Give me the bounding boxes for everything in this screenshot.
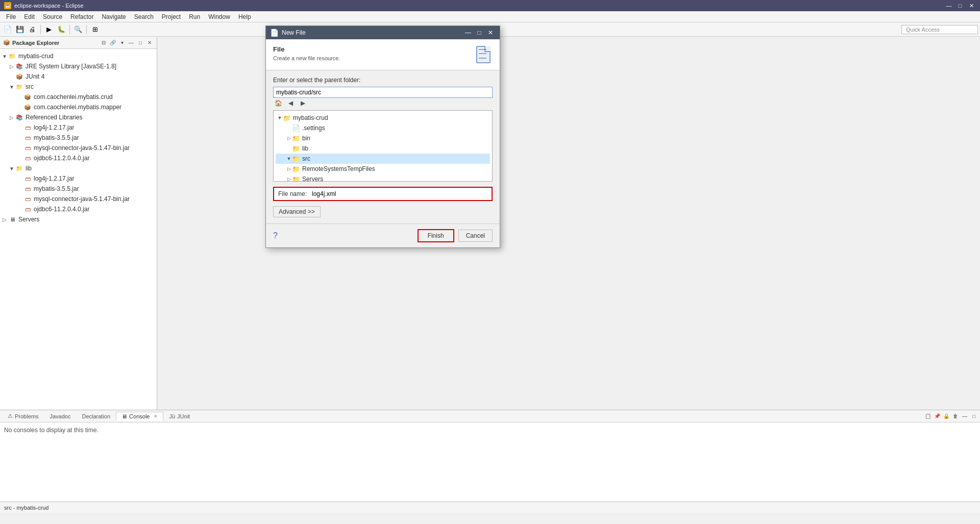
tree-item-mysql-jar-ref[interactable]: ▷ 🗃 mysql-connector-java-5.1.47-bin.jar [0,143,157,153]
menu-refactor[interactable]: Refactor [66,12,97,21]
toolbar-print[interactable]: 🖨 [27,24,38,35]
tree-item-mybatis-crud[interactable]: ▼ 📁 mybatis-crud [0,51,157,61]
folder-tree-mybatis-crud[interactable]: ▼ 📁 mybatis-crud [276,113,490,123]
folder-toggle-src[interactable]: ▼ [286,155,292,162]
tree-item-ojdbc-jar-ref[interactable]: ▷ 🗃 ojdbc6-11.2.0.4.0.jar [0,153,157,163]
dialog-titlebar-controls: — □ ✕ [463,28,496,37]
close-console-icon[interactable]: ✕ [154,414,158,419]
tab-console[interactable]: 🖥 Console ✕ [116,412,163,421]
tab-problems[interactable]: ⚠ Problems [2,411,44,421]
tab-problems-label: Problems [15,413,38,419]
folder-tree-settings[interactable]: ▷ 📄 .settings [276,123,490,133]
folder-tree-servers[interactable]: ▷ 📁 Servers [276,174,490,182]
tree-item-junit[interactable]: ▷ 📦 JUnit 4 [0,71,157,82]
tree-item-lib[interactable]: ▼ 📁 lib [0,163,157,173]
toolbar-separator-3 [86,25,87,34]
menu-file[interactable]: File [2,12,20,21]
minimize-panel-button[interactable]: — [127,39,135,47]
clear-console-button[interactable]: 🗑 [951,412,960,420]
nav-home-button[interactable]: 🏠 [273,98,283,108]
finish-button[interactable]: Finish [418,229,454,242]
tree-item-servers[interactable]: ▷ 🖥 Servers [0,214,157,224]
dialog-maximize-button[interactable]: □ [474,28,484,37]
close-panel-button[interactable]: ✕ [145,39,154,47]
menu-help[interactable]: Help [234,12,255,21]
scroll-lock-button[interactable]: 🔒 [942,412,950,420]
toggle-lib[interactable]: ▼ [8,165,15,172]
pin-console-button[interactable]: 📌 [933,412,941,420]
toggle-mybatis-crud[interactable]: ▼ [1,53,8,60]
maximize-bottom-button[interactable]: □ [970,412,978,420]
toggle-servers[interactable]: ▷ [1,216,8,223]
help-icon[interactable]: ? [273,231,278,240]
toggle-src[interactable]: ▼ [8,83,15,90]
panel-menu-button[interactable]: ▾ [118,39,126,47]
dialog-close-button[interactable]: ✕ [485,28,496,37]
collapse-all-button[interactable]: ⊟ [100,39,108,47]
label-ojdbc-ref: ojdbc6-11.2.0.4.0.jar [34,155,89,162]
menu-navigate[interactable]: Navigate [97,12,130,21]
tab-javadoc[interactable]: Javadoc [44,412,76,421]
status-text: src - mybatis-crud [4,505,48,511]
toggle-jre[interactable]: ▷ [8,63,15,70]
tree-item-mysql-jar-lib[interactable]: ▷ 🗃 mysql-connector-java-5.1.47-bin.jar [0,194,157,204]
open-console-button[interactable]: 📋 [924,412,932,420]
tab-junit[interactable]: Jü JUnit [163,412,195,421]
maximize-panel-button[interactable]: □ [136,39,144,47]
menu-project[interactable]: Project [158,12,185,21]
menu-source[interactable]: Source [39,12,66,21]
file-name-input[interactable] [310,189,491,199]
toolbar-perspective[interactable]: ⊞ [89,24,101,35]
menu-edit[interactable]: Edit [20,12,39,21]
minimize-bottom-button[interactable]: — [961,412,969,420]
nav-forward-button[interactable]: ▶ [298,98,308,108]
toolbar-run[interactable]: ▶ [43,24,55,35]
close-window-button[interactable]: ✕ [967,2,976,9]
advanced-button[interactable]: Advanced >> [273,206,321,217]
folder-tree-lib[interactable]: ▷ 📁 lib [276,143,490,154]
menu-search[interactable]: Search [130,12,158,21]
toolbar-debug[interactable]: 🐛 [56,24,67,35]
tree-item-log4j-jar-ref[interactable]: ▷ 🗃 log4j-1.2.17.jar [0,122,157,133]
tree-item-jre[interactable]: ▷ 📚 JRE System Library [JavaSE-1.8] [0,61,157,71]
toolbar-save[interactable]: 💾 [14,24,26,35]
folder-toggle-servers[interactable]: ▷ [286,176,292,182]
folder-icon-src: 📁 [15,83,23,91]
dialog-header-title: File [273,45,340,53]
tree-item-ojdbc-jar-lib[interactable]: ▷ 🗃 ojdbc6-11.2.0.4.0.jar [0,204,157,214]
dialog-minimize-button[interactable]: — [463,28,473,37]
folder-tree-remote[interactable]: ▷ 📁 RemoteSystemsTempFiles [276,164,490,174]
file-resource-icon: ═════════ [474,45,493,64]
library-icon-jre: 📚 [15,62,23,70]
tree-item-log4j-jar-lib[interactable]: ▷ 🗃 log4j-1.2.17.jar [0,173,157,184]
tree-item-ref-libs[interactable]: ▷ 📚 Referenced Libraries [0,112,157,122]
toolbar-search[interactable]: 🔍 [72,24,84,35]
tree-item-mybatis-jar-lib[interactable]: ▷ 🗃 mybatis-3.5.5.jar [0,184,157,194]
minimize-button[interactable]: — [944,2,953,9]
cancel-button[interactable]: Cancel [458,230,493,242]
tree-item-pkg-mapper[interactable]: ▷ 📦 com.caochenlei.mybatis.mapper [0,102,157,112]
folder-toggle-remote[interactable]: ▷ [286,165,292,172]
tree-item-src[interactable]: ▼ 📁 src [0,82,157,92]
toggle-ref-libs[interactable]: ▷ [8,114,15,121]
file-name-label: File name: [275,189,310,198]
quick-access-field[interactable]: Quick Access [901,25,978,34]
dialog-header-desc: Create a new file resource. [273,55,340,61]
maximize-button[interactable]: □ [955,2,965,9]
folder-toggle-mybatis-crud[interactable]: ▼ [277,114,283,121]
tree-item-pkg-crud[interactable]: ▷ 📦 com.caochenlei.mybatis.crud [0,92,157,102]
folder-tree-bin[interactable]: ▷ 📁 bin [276,133,490,143]
tree-item-mybatis-jar-ref[interactable]: ▷ 🗃 mybatis-3.5.5.jar [0,133,157,143]
menu-window[interactable]: Window [204,12,234,21]
label-log4j-ref: log4j-1.2.17.jar [34,124,74,131]
nav-back-button[interactable]: ◀ [285,98,296,108]
jar-icon-mysql-ref: 🗃 [23,144,32,152]
link-with-editor-button[interactable]: 🔗 [109,39,117,47]
tab-declaration[interactable]: Declaration [76,412,116,421]
folder-toggle-bin[interactable]: ▷ [286,135,292,142]
tab-javadoc-label: Javadoc [50,413,70,419]
toolbar-new[interactable]: 📄 [2,24,13,35]
menu-run[interactable]: Run [185,12,204,21]
folder-tree-src[interactable]: ▼ 📁 src [276,154,490,164]
parent-folder-input[interactable] [273,87,493,98]
